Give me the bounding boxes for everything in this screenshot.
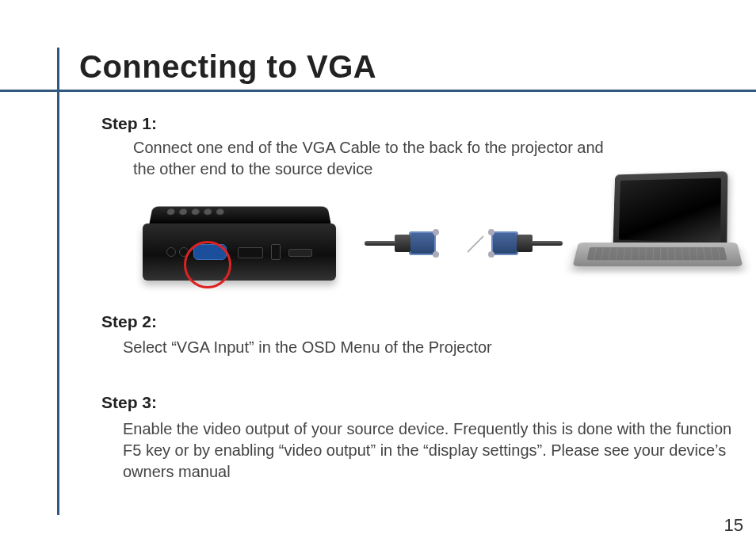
audio-jack-port <box>166 247 176 257</box>
step-1-body: Connect one end of the VGA Cable to the … <box>133 137 624 180</box>
laptop-screen <box>613 171 727 250</box>
sd-slot <box>288 249 312 257</box>
vga-port-highlight-circle <box>184 241 231 288</box>
projector-front-panel <box>143 223 336 281</box>
step-3-heading: Step 3: <box>101 393 157 412</box>
vertical-rule <box>57 48 59 515</box>
cable-break-indicator <box>468 231 483 257</box>
projector-illustration <box>135 201 341 288</box>
hdmi-port <box>238 247 263 258</box>
step-2-heading: Step 2: <box>101 312 157 331</box>
illustration-row <box>135 187 745 298</box>
laptop-keyboard <box>587 247 727 260</box>
horizontal-rule <box>0 90 756 92</box>
usb-port <box>271 244 281 260</box>
laptop-illustration <box>578 173 737 292</box>
step-2-body: Select “VGA Input” in the OSD Menu of th… <box>123 337 709 358</box>
vga-cable-connector-right <box>491 227 547 262</box>
page-title: Connecting to VGA <box>79 49 376 85</box>
step-1-heading: Step 1: <box>101 114 157 133</box>
projector-top <box>149 206 331 225</box>
page-number: 15 <box>724 515 743 536</box>
vga-cable-connector-left <box>380 227 436 262</box>
step-3-body: Enable the video output of your source d… <box>123 418 741 483</box>
